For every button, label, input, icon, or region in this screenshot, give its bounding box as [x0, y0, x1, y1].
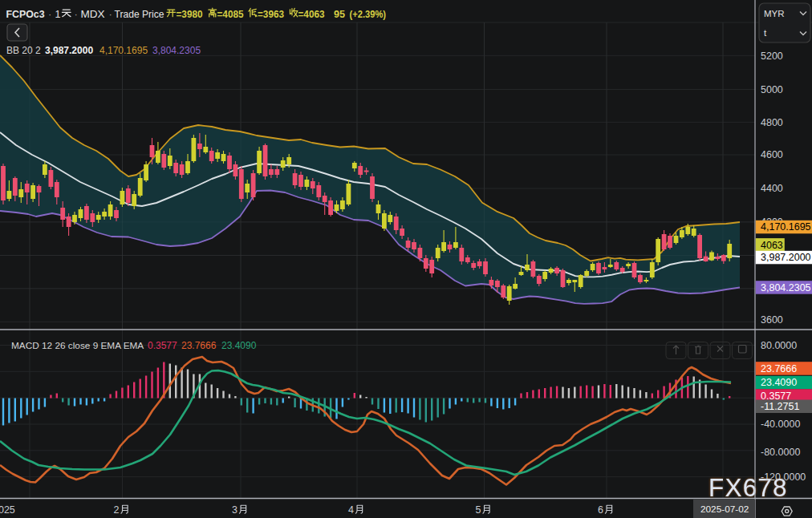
svg-text:4: 4	[348, 504, 354, 516]
svg-text:-40.0000: -40.0000	[761, 419, 800, 430]
svg-text:3,804.2305: 3,804.2305	[152, 45, 201, 56]
svg-text:MACD 12 26 close 9 EMA EMA: MACD 12 26 close 9 EMA EMA	[11, 340, 144, 351]
svg-text:Trade Price: Trade Price	[115, 9, 164, 20]
svg-text:4,170.1695: 4,170.1695	[761, 221, 811, 233]
svg-text:4063: 4063	[761, 240, 783, 251]
svg-text:80.0000: 80.0000	[761, 340, 797, 351]
svg-text:4800: 4800	[761, 117, 783, 128]
svg-text:-120.0000: -120.0000	[761, 471, 806, 483]
svg-text:-80.0000: -80.0000	[761, 447, 800, 458]
svg-text:1: 1	[55, 9, 61, 20]
svg-text:5000: 5000	[761, 84, 783, 95]
svg-text:2025: 2025	[0, 504, 15, 516]
svg-text:·: ·	[75, 8, 78, 20]
svg-text:MDX: MDX	[81, 9, 106, 20]
svg-text:4,170.1695: 4,170.1695	[99, 45, 148, 56]
svg-text:=4063: =4063	[298, 9, 325, 20]
svg-text:4400: 4400	[761, 183, 783, 194]
svg-text:4600: 4600	[761, 149, 783, 160]
svg-text:·: ·	[109, 8, 112, 20]
svg-text:(+2.39%): (+2.39%)	[350, 9, 387, 20]
svg-text:=3963: =3963	[258, 9, 284, 20]
svg-text:3,987.2000: 3,987.2000	[45, 45, 93, 56]
svg-text:6: 6	[598, 504, 603, 516]
svg-text:23.4090: 23.4090	[761, 377, 797, 388]
svg-text:3: 3	[232, 504, 238, 516]
svg-text:2: 2	[114, 504, 120, 516]
svg-text:23.4090: 23.4090	[221, 340, 257, 351]
svg-text:3600: 3600	[761, 314, 783, 326]
svg-text:2025-07-02: 2025-07-02	[700, 504, 749, 515]
svg-text:5: 5	[476, 504, 481, 516]
svg-text:3,987.2000: 3,987.2000	[761, 252, 811, 263]
svg-text:0.3577: 0.3577	[148, 340, 177, 351]
svg-text:MYR: MYR	[764, 9, 785, 18]
svg-text:=3980: =3980	[177, 9, 203, 20]
svg-text:23.7666: 23.7666	[761, 363, 797, 374]
svg-text:·: ·	[48, 8, 51, 20]
svg-text:BB 20 2: BB 20 2	[6, 45, 41, 56]
svg-text:3,804.2305: 3,804.2305	[761, 282, 811, 293]
svg-text:95: 95	[334, 9, 345, 20]
svg-text:23.7666: 23.7666	[181, 340, 217, 351]
svg-text:FCPOc3: FCPOc3	[6, 8, 45, 20]
svg-text:-11.2751: -11.2751	[761, 401, 799, 412]
svg-text:5200: 5200	[761, 51, 783, 62]
svg-text:=4085: =4085	[217, 9, 244, 20]
